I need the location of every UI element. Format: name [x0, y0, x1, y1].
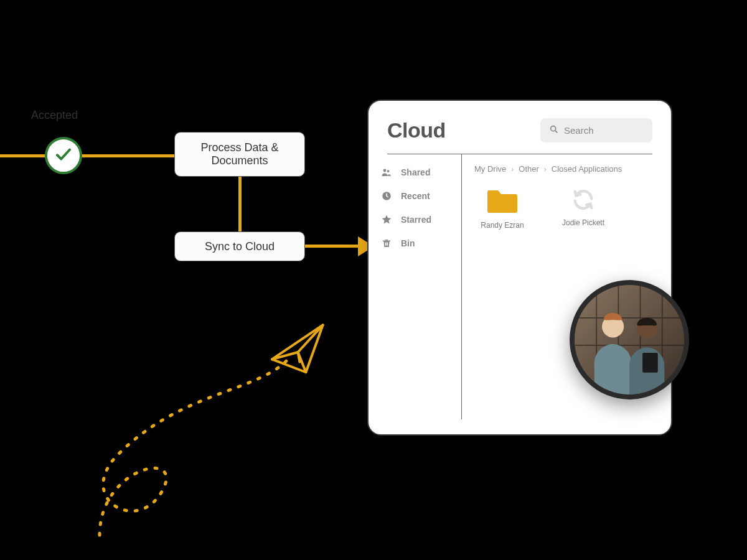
sync-to-cloud-node: Sync to Cloud [174, 231, 305, 261]
path-trail [100, 361, 286, 535]
sidebar-item-label: Recent [401, 191, 430, 201]
svg-point-0 [551, 126, 556, 131]
sidebar-item-label: Shared [401, 167, 430, 177]
paper-plane-doodle [81, 324, 349, 548]
star-icon [381, 214, 392, 225]
item-label: Randy Ezran [481, 221, 524, 230]
breadcrumb-part[interactable]: Other [519, 164, 539, 174]
svg-point-2 [383, 169, 387, 172]
sidebar-item-bin[interactable]: Bin [381, 238, 461, 249]
accepted-label: Accepted [31, 109, 78, 122]
trash-icon [381, 238, 392, 249]
syncing-item[interactable]: Jodie Pickett [555, 187, 611, 230]
folder-icon [485, 187, 520, 215]
search-placeholder: Search [564, 125, 594, 136]
svg-point-3 [387, 170, 390, 172]
svg-line-1 [555, 131, 558, 133]
breadcrumb-part[interactable]: My Drive [474, 164, 506, 174]
sidebar: Shared Recent Starred Bin [369, 154, 462, 419]
search-input[interactable]: Search [540, 118, 652, 142]
folder-item[interactable]: Randy Ezran [474, 187, 530, 230]
breadcrumb: My Drive › Other › Closed Applications [474, 164, 659, 174]
people-icon [381, 167, 392, 178]
search-icon [549, 124, 559, 136]
svg-rect-5 [385, 243, 386, 246]
accepted-check-circle [45, 137, 82, 174]
item-label: Jodie Pickett [562, 218, 604, 227]
process-data-node: Process Data & Documents [174, 132, 305, 177]
clock-icon [381, 190, 392, 202]
node-label: Sync to Cloud [205, 240, 275, 253]
sidebar-item-starred[interactable]: Starred [381, 214, 461, 225]
sync-icon [571, 187, 596, 212]
team-photo-avatar [570, 280, 689, 399]
sidebar-item-recent[interactable]: Recent [381, 190, 461, 202]
chevron-right-icon: › [544, 165, 547, 174]
svg-rect-6 [386, 243, 387, 246]
svg-rect-7 [387, 243, 388, 246]
chevron-right-icon: › [511, 165, 514, 174]
sidebar-item-label: Bin [401, 238, 415, 248]
breadcrumb-part[interactable]: Closed Applications [552, 164, 622, 174]
svg-rect-17 [642, 353, 658, 373]
node-label: Process Data & Documents [186, 141, 293, 167]
check-icon [54, 145, 73, 166]
connector-line-2 [238, 177, 242, 233]
card-title: Cloud [387, 118, 446, 142]
connector-line-1 [0, 154, 174, 157]
arrow-connector [305, 245, 361, 248]
sidebar-item-label: Starred [401, 215, 431, 225]
sidebar-item-shared[interactable]: Shared [381, 167, 461, 178]
